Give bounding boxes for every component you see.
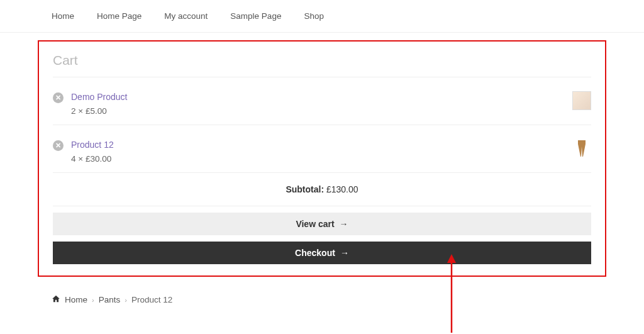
breadcrumb: Home › Pants › Product 12 — [0, 277, 644, 311]
remove-item-icon[interactable]: ✕ — [53, 140, 64, 151]
subtotal-value: £130.00 — [326, 184, 358, 194]
cart-item-qty: 4 × £30.00 — [71, 154, 572, 164]
cart-item-name[interactable]: Demo Product — [71, 91, 572, 103]
cart-widget: Cart ✕ Demo Product 2 × £5.00 ✕ Product … — [38, 40, 606, 277]
subtotal-label: Subtotal: — [286, 184, 324, 194]
remove-item-icon[interactable]: ✕ — [53, 92, 64, 103]
checkout-label: Checkout — [295, 248, 335, 258]
chevron-right-icon: › — [125, 296, 127, 304]
view-cart-button[interactable]: View cart → — [53, 213, 591, 235]
checkout-button[interactable]: Checkout → — [53, 242, 591, 264]
breadcrumb-home[interactable]: Home — [65, 295, 87, 304]
nav-sample-page[interactable]: Sample Page — [230, 0, 295, 32]
cart-item-name[interactable]: Product 12 — [71, 139, 572, 150]
cart-item-qty: 2 × £5.00 — [71, 106, 572, 116]
breadcrumb-category[interactable]: Pants — [99, 295, 121, 304]
cart-item: ✕ Demo Product 2 × £5.00 — [53, 77, 591, 125]
breadcrumb-current: Product 12 — [131, 295, 172, 304]
home-icon[interactable] — [52, 294, 60, 305]
nav-my-account[interactable]: My account — [164, 0, 221, 32]
top-nav: Home Home Page My account Sample Page Sh… — [0, 0, 644, 33]
cart-item: ✕ Product 12 4 × £30.00 — [53, 125, 591, 173]
chevron-right-icon: › — [92, 296, 94, 304]
product-content: 🔍 Product 12 Cart — [0, 311, 644, 334]
arrow-right-icon: → — [340, 219, 348, 229]
cart-subtotal: Subtotal: £130.00 — [53, 173, 591, 206]
nav-shop[interactable]: Shop — [304, 0, 338, 32]
cart-item-thumbnail — [572, 139, 591, 158]
cart-title: Cart — [53, 48, 591, 77]
nav-home-page[interactable]: Home Page — [97, 0, 155, 32]
nav-home[interactable]: Home — [52, 0, 88, 32]
arrow-right-icon: → — [340, 248, 349, 258]
cart-item-thumbnail — [572, 91, 591, 110]
view-cart-label: View cart — [296, 219, 334, 229]
